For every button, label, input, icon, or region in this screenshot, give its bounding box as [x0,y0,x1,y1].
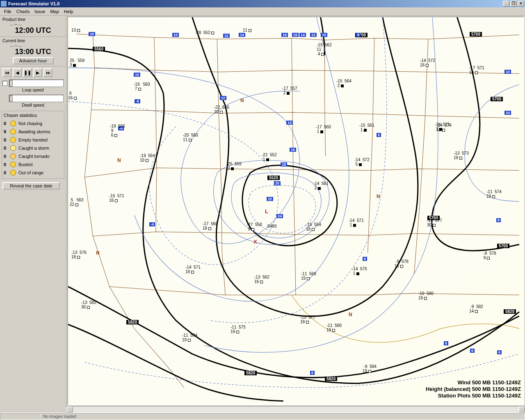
stat-count: 0 [4,154,8,159]
contour-label: 5820 [504,309,516,314]
stat-count: 0 [4,146,8,151]
scroll-left-arrow[interactable] [66,406,73,413]
isobar-label: 8 [496,218,501,222]
menu-issue[interactable]: Issue [32,8,48,15]
isobar-label: 6 [310,371,315,375]
dwell-speed-slider[interactable] [9,95,64,102]
isobar-label: 24 [276,214,283,218]
station-plot: -11 58419 [182,333,197,342]
station-plot: -8 578 9 [482,251,496,260]
station-plot: -22 55610 [214,105,229,114]
loop-speed-slider[interactable] [9,80,64,87]
isobar-label: 22 [267,197,273,201]
menu-file[interactable]: File [2,8,14,15]
low-value: 5489 [267,224,276,228]
next-button[interactable]: ▶ [33,68,42,77]
stat-label: Awaiting storms [18,129,50,134]
station-plot: -13 57318 [454,151,469,160]
isobar-label: 14 [286,121,293,125]
stat-label: Caught a storm [18,146,49,151]
station-plot: -14 57118 [185,265,201,274]
first-button[interactable]: ⏮ [2,68,11,77]
map-canvas[interactable]: 5560570057005700552057605700582058205820… [67,16,524,405]
loop-checkbox[interactable] [2,81,7,86]
isobar-label: 16 [281,33,288,37]
menu-charts[interactable]: Charts [14,8,32,15]
stat-label: Not chasing [18,121,42,126]
station-plot: -17 56018 [203,221,218,231]
close-button[interactable]: X [518,1,524,7]
prev-button[interactable]: ◀ [13,68,22,77]
station-plot: -14 571 1 [349,218,364,227]
advance-hour-button[interactable]: Advance hour [13,57,54,64]
warm-advection-mark: N [377,194,380,199]
dwell-speed-label: Dwell speed [0,103,66,109]
isobar-label: 8 [356,33,361,37]
isobar-label: 10 [134,73,140,77]
station-plot: -13 57718 [300,315,315,324]
next-icon: ▶ [36,70,39,75]
isobar-label: -8 [135,99,140,103]
isobar-label: 14 [239,33,245,37]
warm-advection-mark: N [240,98,244,103]
station-plot: -20 56011 [183,133,198,142]
chaser-stats-group: Chaser statistics 0 Not chasing9 Awaitin… [2,111,64,179]
station-plot: -19 56410 [140,153,155,162]
station-plot: -11 57730 [427,218,442,227]
pause-button[interactable]: ❚❚ [23,68,32,77]
contour-label: 5820 [325,377,337,381]
prev-icon: ◀ [16,70,19,75]
reveal-case-button[interactable]: Reveal the case date [2,182,60,189]
isobar-label: 10 [504,111,511,115]
station-plot: -19 566 9 6 [110,124,125,137]
station-plot: -27 550 9 [247,222,262,231]
station-plot: -19 560 7 [134,82,150,91]
warm-advection-mark: N [96,250,100,256]
isobar-label: 16 [290,148,296,152]
minimize-button[interactable]: _ [503,1,509,7]
station-plot: -17 57118 [469,66,484,75]
stat-count: 0 [4,137,8,142]
first-icon: ⏮ [5,70,9,75]
station-plot: -22 552 1 [262,153,277,162]
stat-count: 0 [4,170,8,175]
isobar-label: 10 [172,33,179,37]
menu-map[interactable]: Map [48,8,61,15]
maximize-button[interactable]: ❐ [510,1,517,7]
app-icon [1,1,7,7]
current-time-dots: ... -- ... [2,43,64,48]
last-button[interactable]: ⏭ [43,68,52,77]
menu-help[interactable]: Help [62,8,76,15]
title-text: Forecast Simulator V1.0 [8,1,59,6]
isobar-label: 12 [223,34,230,38]
contour-label: 5700 [470,32,482,37]
current-time-value: 13:00 UTC [2,48,64,56]
station-plot: -13 57618 [71,250,87,259]
last-icon: ⏭ [46,70,50,75]
station-plot: -15 56211 4 [317,43,332,56]
station-plot: -15 561 1 [359,123,374,132]
scroll-right-arrow[interactable] [518,406,525,413]
isobar-label: 10 [321,33,327,37]
titlebar[interactable]: Forecast Simulator V1.0 _ ❐ X [0,0,525,7]
stat-label: Caught tornado [18,154,50,159]
map-info-2: Height (balanced) 500 MB 1150-1249Z [426,386,521,392]
station-plot: -13 58230 [81,300,96,309]
face-icon [10,145,16,151]
station-plot: -15 57116 [109,194,124,203]
station-plot: 13 [71,28,80,32]
station-plot: -9 58419 [363,364,377,373]
face-icon [10,137,16,143]
station-plot: -9 57815 [395,259,409,268]
contour-label: 5820 [126,320,139,324]
station-plot: -11 57419 [486,189,502,199]
station-plot: -11 56819 [301,272,316,281]
main-window: Forecast Simulator V1.0 _ ❐ X File Chart… [0,0,525,420]
face-icon [10,170,16,176]
map-scrollbar-horizontal[interactable] [66,406,525,413]
station-plot: -13 56216 [254,275,269,284]
face-icon [10,129,16,135]
stat-count: 0 [4,121,8,126]
stat-row-0: 0 Not chasing [4,119,62,128]
product-time-dots: ... -- ... [2,22,64,26]
